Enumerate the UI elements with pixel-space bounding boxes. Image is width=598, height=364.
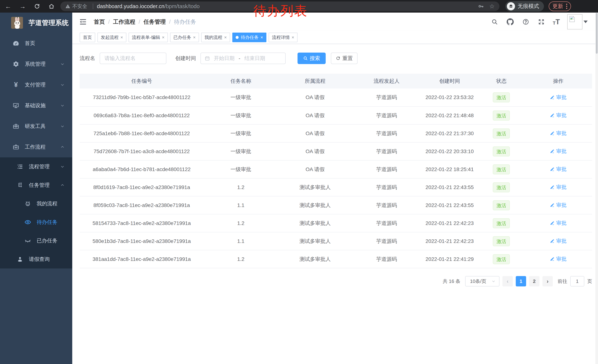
task-id-cell: 73211d9d-7b9b-11ec-b5b7-acde48001122 bbox=[80, 89, 204, 106]
font-size-icon[interactable]: TT bbox=[553, 18, 560, 25]
approve-link[interactable]: 审批 bbox=[550, 166, 566, 173]
tab-todo-tasks[interactable]: 待办任务× bbox=[232, 32, 266, 42]
browser-forward-icon[interactable]: → bbox=[18, 2, 27, 10]
address-bar[interactable]: 不安全 dashboard.yudao.iocoder.cn/bpm/task/… bbox=[60, 1, 499, 11]
edit-pencil-icon bbox=[550, 257, 555, 261]
tab-form-edit[interactable]: 流程表单-编辑× bbox=[129, 32, 168, 42]
sidebar-item-infra[interactable]: 基础设施 bbox=[0, 95, 72, 116]
starter-cell: 芋道源码 bbox=[352, 106, 421, 124]
date-range-picker[interactable]: 开始日期 - 结束日期 bbox=[200, 53, 286, 64]
bookmark-star-icon[interactable]: ☆ bbox=[489, 3, 495, 10]
sidebar-item-payment[interactable]: ¥ 支付管理 bbox=[0, 74, 72, 95]
sidebar-item-todo-tasks[interactable]: 待办任务 bbox=[0, 213, 72, 231]
table-row: 75d72608-7b7f-11ec-a3c8-acde48001122 一级审… bbox=[80, 142, 592, 160]
approve-link[interactable]: 审批 bbox=[550, 184, 566, 191]
next-page-button[interactable]: › bbox=[542, 276, 553, 286]
reset-button[interactable]: 重置 bbox=[331, 53, 357, 64]
browser-home-icon[interactable] bbox=[47, 2, 56, 10]
sidebar-item-label: 流程管理 bbox=[29, 163, 60, 170]
edit-pencil-icon bbox=[550, 167, 555, 172]
tab-start-process[interactable]: 发起流程× bbox=[98, 32, 126, 42]
end-date-placeholder: 结束日期 bbox=[244, 55, 265, 62]
close-icon[interactable]: × bbox=[162, 35, 165, 40]
goto-label: 前往 bbox=[558, 278, 567, 284]
breadcrumb: 首页 / 工作流程 / 任务管理 / 待办任务 bbox=[94, 18, 196, 26]
process-name-input[interactable] bbox=[100, 53, 166, 64]
action-cell: 审批 bbox=[524, 250, 592, 268]
scrollbar-thumb[interactable] bbox=[596, 13, 598, 54]
sidebar-item-workflow[interactable]: 工作流程 bbox=[0, 137, 72, 157]
task-id-cell: 069c6a63-7b8a-11ec-8ef0-acde48001122 bbox=[80, 106, 204, 124]
breadcrumb-workflow[interactable]: 工作流程 bbox=[113, 18, 135, 26]
broken-image-icon bbox=[568, 15, 576, 23]
close-icon[interactable]: × bbox=[224, 35, 227, 40]
github-icon[interactable] bbox=[506, 18, 514, 26]
approve-link[interactable]: 审批 bbox=[550, 202, 566, 209]
eye-icon bbox=[24, 219, 32, 226]
status-badge: 激活 bbox=[493, 129, 510, 138]
toolbox-icon bbox=[12, 123, 20, 129]
sidebar-item-done-tasks[interactable]: 已办任务 bbox=[0, 231, 72, 250]
sidebar-item-process-mgmt[interactable]: 流程管理 bbox=[0, 157, 72, 176]
close-icon[interactable]: × bbox=[193, 35, 196, 40]
tab-home[interactable]: 首页 bbox=[80, 32, 95, 42]
action-cell: 审批 bbox=[524, 89, 592, 106]
sidebar-item-my-process[interactable]: 我的流程 bbox=[0, 194, 72, 213]
tab-my-process[interactable]: 我的流程× bbox=[201, 32, 230, 42]
close-icon[interactable]: × bbox=[120, 35, 123, 40]
task-id-cell: 381aa1dd-7ac8-11ec-a9e2-a2380e71991a bbox=[80, 250, 204, 268]
sidebar-item-leave-query[interactable]: 请假查询 bbox=[0, 250, 72, 268]
page-size-select[interactable]: 10条/页 bbox=[465, 276, 499, 286]
process-cell: OA 请假 bbox=[278, 124, 352, 142]
close-icon[interactable]: × bbox=[260, 35, 263, 40]
fullscreen-icon[interactable] bbox=[537, 18, 545, 26]
prev-page-button[interactable]: ‹ bbox=[502, 276, 513, 286]
sidebar-collapse-icon[interactable] bbox=[79, 18, 87, 26]
breadcrumb-home[interactable]: 首页 bbox=[94, 18, 105, 26]
browser-reload-icon[interactable] bbox=[33, 2, 41, 10]
sidebar-item-devtools[interactable]: 研发工具 bbox=[0, 116, 72, 137]
table-row: 580e1b3d-7ac8-11ec-a9e2-a2380e71991a 1.1… bbox=[80, 232, 592, 250]
password-key-icon[interactable] bbox=[478, 3, 484, 9]
close-icon[interactable]: × bbox=[291, 35, 294, 40]
avatar[interactable] bbox=[567, 14, 582, 29]
task-id-cell: 8f059c03-7ac8-11ec-a9e2-a2380e71991a bbox=[80, 196, 204, 214]
sidebar-item-system[interactable]: 系统管理 bbox=[0, 54, 72, 74]
sidebar-item-home[interactable]: 首页 bbox=[0, 33, 72, 54]
task-name-cell: 一级审批 bbox=[204, 142, 278, 160]
approve-link[interactable]: 审批 bbox=[550, 219, 566, 226]
search-button[interactable]: 搜索 bbox=[298, 53, 326, 64]
browser-menu-icon[interactable] bbox=[566, 4, 567, 9]
approve-link[interactable]: 审批 bbox=[550, 112, 566, 119]
tab-process-detail[interactable]: 流程详情× bbox=[269, 32, 298, 42]
status-cell: 激活 bbox=[478, 232, 524, 250]
create-time-cell: 2022-01-22 21:37:30 bbox=[421, 124, 478, 142]
approve-link[interactable]: 审批 bbox=[550, 148, 566, 155]
approve-link[interactable]: 审批 bbox=[550, 238, 566, 245]
tab-done-tasks[interactable]: 已办任务× bbox=[170, 32, 199, 42]
approve-link[interactable]: 审批 bbox=[550, 130, 566, 137]
browser-update-button[interactable]: 更新 bbox=[549, 1, 571, 11]
sidebar-item-label: 首页 bbox=[25, 40, 65, 47]
avatar-dropdown-caret[interactable] bbox=[583, 21, 588, 23]
page-2-button[interactable]: 2 bbox=[529, 276, 540, 286]
create-time-cell: 2022-01-21 22:42:23 bbox=[421, 232, 478, 250]
table-row: 725a1eb6-7b88-11ec-8ef0-acde48001122 一级审… bbox=[80, 124, 592, 142]
col-status: 状态 bbox=[478, 74, 524, 89]
status-cell: 激活 bbox=[478, 124, 524, 142]
approve-link[interactable]: 审批 bbox=[550, 94, 566, 101]
search-icon[interactable] bbox=[490, 18, 499, 26]
breadcrumb-task-mgmt[interactable]: 任务管理 bbox=[144, 18, 166, 26]
action-cell: 审批 bbox=[524, 178, 592, 196]
task-name-cell: 1.2 bbox=[204, 178, 278, 196]
page-1-button[interactable]: 1 bbox=[516, 276, 526, 286]
approve-link[interactable]: 审批 bbox=[550, 256, 566, 263]
goto-page-input[interactable] bbox=[570, 276, 584, 286]
help-icon[interactable] bbox=[522, 18, 530, 26]
status-cell: 激活 bbox=[478, 160, 524, 178]
page-scrollbar[interactable] bbox=[595, 13, 598, 364]
browser-back-icon[interactable]: ← bbox=[4, 2, 12, 10]
active-tab-dot bbox=[236, 36, 239, 39]
sidebar-item-task-mgmt[interactable]: 任务管理 bbox=[0, 176, 72, 194]
url-host: dashboard.yudao.iocoder.cn bbox=[97, 3, 164, 9]
